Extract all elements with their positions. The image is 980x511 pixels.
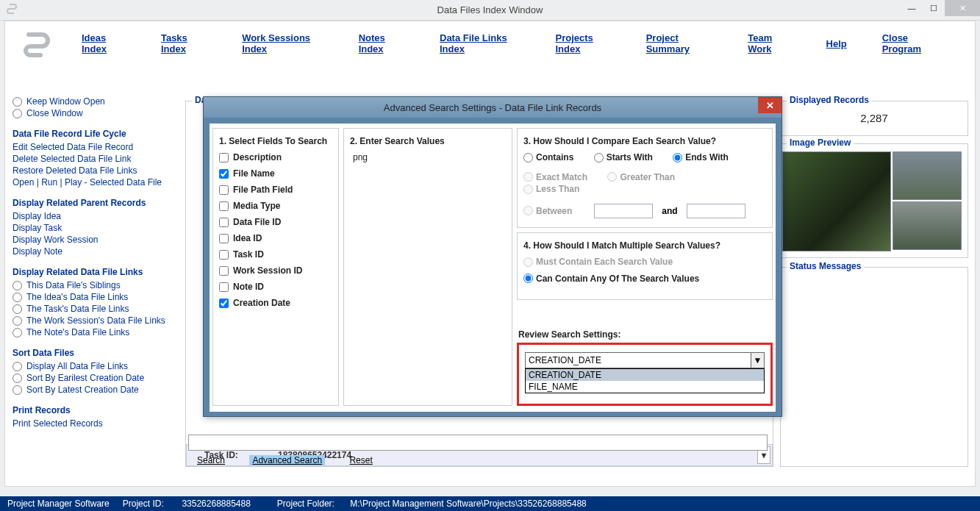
nav-data-file-links-index[interactable]: Data File Links Index <box>440 32 520 54</box>
nav-help[interactable]: Help <box>826 38 847 49</box>
link-print-selected[interactable]: Print Selected Records <box>12 418 103 429</box>
group-image-preview: Image Preview <box>780 143 968 258</box>
combo-selected-value: CREATION_DATE <box>529 355 601 365</box>
nav-ideas-index[interactable]: Ideas Index <box>82 32 126 54</box>
radio-ends-with[interactable] <box>673 153 682 162</box>
label-starts-with: Starts With <box>607 152 653 162</box>
link-display-task[interactable]: Display Task <box>12 223 62 233</box>
nav-projects-index[interactable]: Projects Index <box>555 32 610 54</box>
top-nav: Ideas Index Tasks Index Work Sessions In… <box>5 21 975 65</box>
field-checkbox-data-file-id[interactable] <box>219 218 229 227</box>
minimize-button[interactable]: — <box>901 0 923 16</box>
advanced-search-link[interactable]: Advanced Search <box>249 455 325 465</box>
field-row: Creation Date <box>219 298 332 308</box>
radio-idea-links[interactable] <box>12 293 22 302</box>
link-display-note[interactable]: Display Note <box>12 246 62 257</box>
field-checkbox-description[interactable] <box>219 153 229 162</box>
field-checkbox-task-id[interactable] <box>219 250 229 260</box>
label-task-links: The Task's Data File Links <box>26 304 129 314</box>
nav-project-summary[interactable]: Project Summary <box>646 32 713 54</box>
label-note-links: The Note's Data File Links <box>26 327 129 337</box>
nav-close-program[interactable]: Close Program <box>882 32 940 54</box>
review-combo[interactable]: CREATION_DATE ▼ <box>525 352 765 368</box>
review-combo-dropdown[interactable]: CREATION_DATE FILE_NAME <box>525 368 765 393</box>
nav-tasks-index[interactable]: Tasks Index <box>161 32 207 54</box>
field-checkbox-creation-date[interactable] <box>219 299 229 308</box>
field-checkbox-idea-id[interactable] <box>219 234 229 243</box>
field-checkbox-media-type[interactable] <box>219 201 229 211</box>
field-label: Note ID <box>233 282 264 292</box>
review-settings-label: Review Search Settings: <box>518 329 620 340</box>
field-row: File Path Field <box>219 185 332 195</box>
dialog-title-text: Advanced Search Settings - Data File Lin… <box>384 102 601 113</box>
image-preview-grid <box>781 150 968 253</box>
label-match-each: Must Contain Each Search Value <box>536 257 673 267</box>
radio-note-links[interactable] <box>12 328 22 337</box>
combo-option-creation-date[interactable]: CREATION_DATE <box>526 369 764 381</box>
combo-option-file-name[interactable]: FILE_NAME <box>526 381 764 393</box>
between-from-input[interactable] <box>594 204 653 218</box>
link-display-work-session[interactable]: Display Work Session <box>12 235 98 245</box>
field-checkbox-work-session-id[interactable] <box>219 266 229 276</box>
radio-display-all[interactable] <box>12 362 22 371</box>
field-checkbox-file-name[interactable] <box>219 169 229 179</box>
radio-task-links[interactable] <box>12 304 22 314</box>
section-sort: Sort Data Files <box>12 348 182 358</box>
radio-ws-links[interactable] <box>12 316 22 326</box>
field-row: Work Session ID <box>219 265 332 276</box>
field-row: Media Type <box>219 201 332 211</box>
panel-enter-values: 2. Enter Search Values png <box>343 128 512 406</box>
link-delete-link[interactable]: Delete Selected Data File Link <box>12 154 131 164</box>
maximize-button[interactable]: ☐ <box>923 0 945 16</box>
link-edit-record[interactable]: Edit Selected Data File Record <box>12 142 133 152</box>
field-row: Note ID <box>219 282 332 292</box>
nav-notes-index[interactable]: Notes Index <box>359 32 404 54</box>
chevron-down-icon[interactable]: ▼ <box>751 353 764 368</box>
label-idea-links: The Idea's Data File Links <box>26 292 128 302</box>
section-related-links: Display Related Data File Links <box>12 267 182 277</box>
status-footer: Project Manager Software Project ID: 335… <box>0 496 980 511</box>
field-row: Task ID <box>219 249 332 260</box>
link-restore-links[interactable]: Restore Deleted Data File Links <box>12 165 137 176</box>
radio-siblings[interactable] <box>12 281 22 290</box>
field-label: Media Type <box>233 201 280 211</box>
link-display-idea[interactable]: Display Idea <box>12 211 61 221</box>
radio-between <box>523 206 533 215</box>
dialog-close-button[interactable]: ✕ <box>758 97 782 113</box>
radio-close-window[interactable] <box>12 109 22 118</box>
label-exact-match: Exact Match <box>536 172 587 182</box>
nav-team-work[interactable]: Team Work <box>748 32 790 54</box>
label-greater-than: Greater Than <box>620 172 675 182</box>
label-display-all: Display All Data File Links <box>26 361 128 371</box>
legend-status-messages: Status Messages <box>787 261 864 271</box>
label-match-any: Can Contain Any Of The Search Values <box>536 274 699 284</box>
field-checkbox-note-id[interactable] <box>219 282 229 292</box>
window-title: Data Files Index Window <box>437 4 543 15</box>
field-label: Description <box>233 152 282 162</box>
link-open-run-play[interactable]: Open | Run | Play - Selected Data File <box>12 177 162 187</box>
radio-contains[interactable] <box>523 153 533 162</box>
legend-displayed-records: Displayed Records <box>787 95 872 105</box>
radio-match-any[interactable] <box>523 274 533 283</box>
displayed-records-value: 2,287 <box>781 112 968 124</box>
label-sort-earliest: Sort By Earilest Creation Date <box>26 373 144 383</box>
label-contains: Contains <box>536 152 573 162</box>
close-button[interactable]: ✕ <box>945 0 980 16</box>
preview-image-2 <box>893 151 962 200</box>
radio-exact-match <box>523 172 533 182</box>
search-link[interactable]: Search <box>197 455 225 465</box>
field-checkbox-file-path-field[interactable] <box>219 185 229 195</box>
search-input[interactable] <box>188 435 768 451</box>
nav-work-sessions-index[interactable]: Work Sessions Index <box>242 32 323 54</box>
preview-image-3 <box>893 201 962 250</box>
group-displayed-records: Displayed Records 2,287 <box>780 101 968 136</box>
between-to-input[interactable] <box>687 204 745 218</box>
radio-sort-earliest[interactable] <box>12 374 22 383</box>
field-label: Data File ID <box>233 217 281 227</box>
reset-link[interactable]: Reset <box>349 455 372 465</box>
radio-sort-latest[interactable] <box>12 385 22 395</box>
radio-starts-with[interactable] <box>594 153 604 162</box>
label-ws-links: The Work Session's Data File Links <box>26 315 165 326</box>
radio-keep-open[interactable] <box>12 97 22 107</box>
search-bar-row: Search Advanced Search Reset <box>185 435 773 465</box>
